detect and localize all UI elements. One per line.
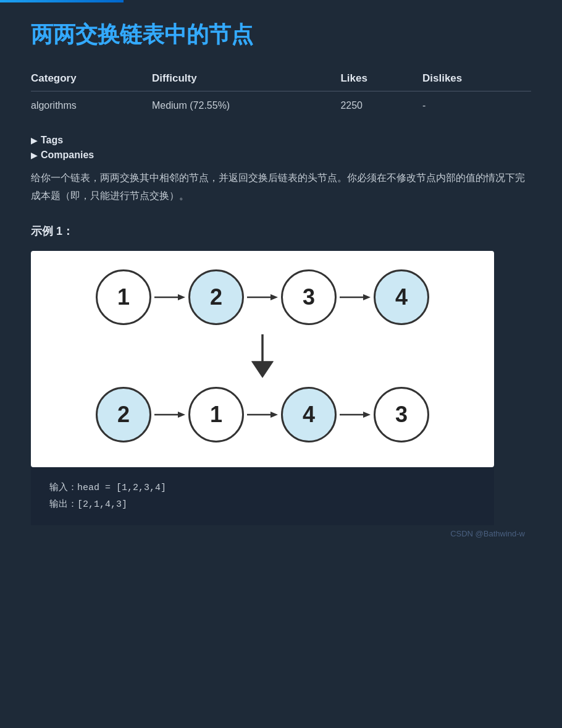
cell-difficulty: Medium (72.55%) <box>152 91 341 121</box>
node-4: 4 <box>374 269 429 325</box>
companies-collapsible[interactable]: ▶ Companies <box>31 150 531 161</box>
svg-marker-9 <box>178 412 185 418</box>
down-arrow-container <box>43 334 482 378</box>
svg-marker-13 <box>363 412 371 418</box>
code-line-2: 输出：[2,1,4,3] <box>49 496 476 513</box>
node-2: 2 <box>188 269 244 325</box>
result-arrow-2-1 <box>151 408 188 421</box>
arrow-3-4 <box>337 291 374 303</box>
result-arrow-4-3 <box>337 408 374 421</box>
top-linked-list: 1 2 3 4 <box>43 269 482 325</box>
code-block: 输入：head = [1,2,3,4] 输出：[2,1,4,3] <box>31 467 494 525</box>
table-row: algorithms Medium (72.55%) 2250 - <box>31 91 531 121</box>
result-node-1: 1 <box>188 387 244 442</box>
arrow-2-3 <box>244 291 281 303</box>
page-title: 两两交换链表中的节点 <box>31 21 531 48</box>
col-header-category: Category <box>31 66 152 91</box>
problem-description: 给你一个链表，两两交换其中相邻的节点，并返回交换后链表的头节点。你必须在不修改节… <box>31 169 531 205</box>
result-arrow-1-4 <box>244 408 281 421</box>
col-header-difficulty: Difficulty <box>152 66 341 91</box>
col-header-likes: Likes <box>340 66 422 91</box>
cell-likes: 2250 <box>340 91 422 121</box>
node-1: 1 <box>96 269 151 325</box>
cell-dislikes: - <box>422 91 531 121</box>
svg-marker-3 <box>271 294 278 300</box>
code-line-1: 输入：head = [1,2,3,4] <box>49 480 476 496</box>
info-table: Category Difficulty Likes Dislikes algor… <box>31 66 531 120</box>
arrow-1-2 <box>151 291 188 303</box>
companies-arrow-icon: ▶ <box>31 151 37 160</box>
companies-label: Companies <box>41 150 94 161</box>
tags-collapsible[interactable]: ▶ Tags <box>31 135 531 146</box>
down-arrow-icon <box>247 334 278 378</box>
footer-credit: CSDN @Bathwind-w <box>31 529 531 538</box>
cell-category: algorithms <box>31 91 152 121</box>
svg-marker-5 <box>363 294 371 300</box>
result-node-4: 4 <box>281 387 337 442</box>
result-node-3: 3 <box>374 387 429 442</box>
svg-marker-11 <box>271 412 278 418</box>
svg-marker-7 <box>252 362 274 378</box>
node-3: 3 <box>281 269 337 325</box>
tags-section: ▶ Tags ▶ Companies <box>31 135 531 161</box>
result-node-2: 2 <box>96 387 151 442</box>
svg-marker-1 <box>178 294 185 300</box>
example-title: 示例 1： <box>31 224 531 239</box>
tags-label: Tags <box>41 135 63 146</box>
diagram: 1 2 3 4 <box>31 251 494 467</box>
col-header-dislikes: Dislikes <box>422 66 531 91</box>
tags-arrow-icon: ▶ <box>31 136 37 145</box>
bottom-linked-list: 2 1 4 3 <box>43 387 482 442</box>
